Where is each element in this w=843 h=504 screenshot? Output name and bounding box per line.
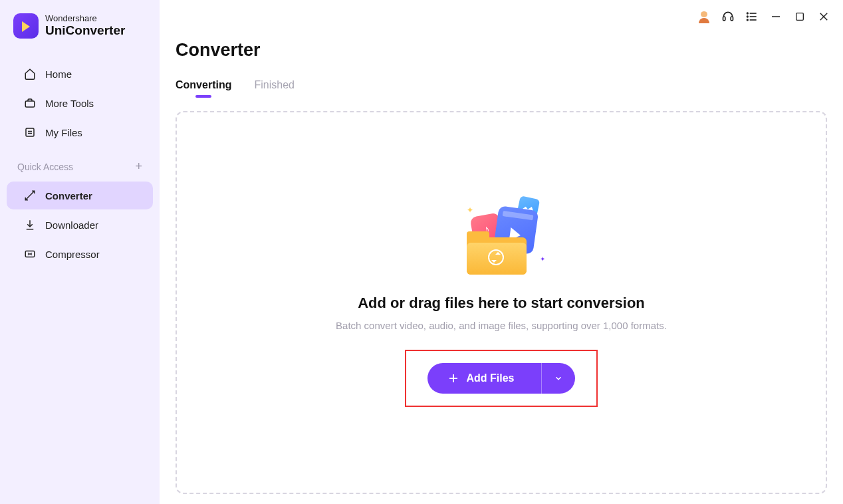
plus-icon: [447, 372, 459, 384]
brand-name: UniConverter: [45, 24, 125, 38]
titlebar: [685, 0, 843, 33]
tab-label: Finished: [254, 79, 294, 90]
tabs: Converting Finished: [176, 79, 827, 96]
user-avatar-icon: [697, 9, 711, 24]
refresh-arrows-icon: [488, 249, 504, 265]
headset-icon: [721, 10, 735, 23]
app-logo: Wondershare UniConverter: [0, 13, 160, 52]
menu-list-icon: [745, 10, 759, 23]
sidebar-item-more-tools[interactable]: More Tools: [7, 89, 153, 117]
svg-rect-1: [26, 128, 34, 136]
sparkle-icon: ✦: [467, 205, 473, 215]
svg-rect-5: [723, 17, 725, 21]
main-area: Converter Converting Finished ✦ ♪ ✦ Add …: [160, 0, 843, 504]
converter-icon: [24, 189, 36, 201]
svg-point-11: [747, 16, 749, 17]
svg-rect-6: [731, 17, 733, 21]
sidebar-item-my-files[interactable]: My Files: [7, 118, 153, 146]
sidebar: Wondershare UniConverter Home More Tools…: [0, 0, 160, 504]
close-icon: [818, 11, 830, 23]
add-files-label: Add Files: [466, 372, 514, 384]
svg-rect-14: [796, 13, 804, 21]
add-files-button[interactable]: Add Files: [427, 363, 541, 394]
dropzone-subtitle: Batch convert video, audio, and image fi…: [336, 320, 667, 331]
sidebar-nav: Home More Tools My Files Quick Access + …: [0, 60, 160, 268]
sidebar-item-label: More Tools: [45, 98, 94, 109]
compress-icon: [24, 248, 36, 260]
logo-icon: [13, 13, 39, 39]
close-button[interactable]: [816, 9, 831, 24]
toolbox-icon: [24, 97, 36, 109]
dropzone-illustration: ✦ ♪ ✦: [455, 199, 548, 279]
sidebar-item-compressor[interactable]: Compressor: [7, 240, 153, 268]
file-dropzone[interactable]: ✦ ♪ ✦ Add or drag files here to start co…: [176, 111, 827, 494]
menu-button[interactable]: [745, 9, 759, 24]
sidebar-item-label: Home: [45, 68, 72, 80]
chevron-down-icon: [554, 374, 563, 383]
sidebar-item-label: Compressor: [45, 249, 100, 260]
add-files-dropdown-button[interactable]: [541, 363, 575, 394]
sidebar-item-downloader[interactable]: Downloader: [7, 211, 153, 239]
add-files-highlight: Add Files: [405, 350, 597, 407]
minimize-icon: [770, 11, 782, 23]
sidebar-item-label: Converter: [45, 190, 92, 201]
minimize-button[interactable]: [769, 9, 783, 24]
sidebar-item-converter[interactable]: Converter: [7, 182, 153, 209]
page-title: Converter: [176, 40, 827, 61]
add-quick-access-icon[interactable]: +: [135, 160, 142, 174]
svg-rect-0: [25, 101, 35, 107]
svg-point-10: [747, 13, 749, 14]
maximize-button[interactable]: [792, 9, 807, 24]
svg-point-12: [747, 19, 749, 21]
tab-converting[interactable]: Converting: [176, 79, 231, 96]
quick-access-header: Quick Access +: [0, 150, 160, 180]
tab-finished[interactable]: Finished: [254, 79, 294, 96]
quick-access-label: Quick Access: [17, 162, 73, 172]
home-icon: [24, 68, 36, 80]
maximize-icon: [794, 11, 805, 22]
content: Converter Converting Finished ✦ ♪ ✦ Add …: [160, 0, 843, 504]
add-files-button-group: Add Files: [427, 363, 574, 394]
sparkle-icon: ✦: [540, 255, 545, 263]
account-button[interactable]: [697, 9, 711, 24]
logo-text: Wondershare UniConverter: [45, 14, 125, 37]
brand-top: Wondershare: [45, 14, 125, 23]
tab-label: Converting: [176, 79, 231, 90]
download-icon: [24, 219, 36, 231]
support-button[interactable]: [721, 9, 735, 24]
dropzone-title: Add or drag files here to start conversi…: [358, 295, 645, 312]
sidebar-item-home[interactable]: Home: [7, 60, 153, 88]
sidebar-item-label: Downloader: [45, 219, 98, 231]
sidebar-item-label: My Files: [45, 127, 82, 138]
files-icon: [24, 126, 36, 138]
